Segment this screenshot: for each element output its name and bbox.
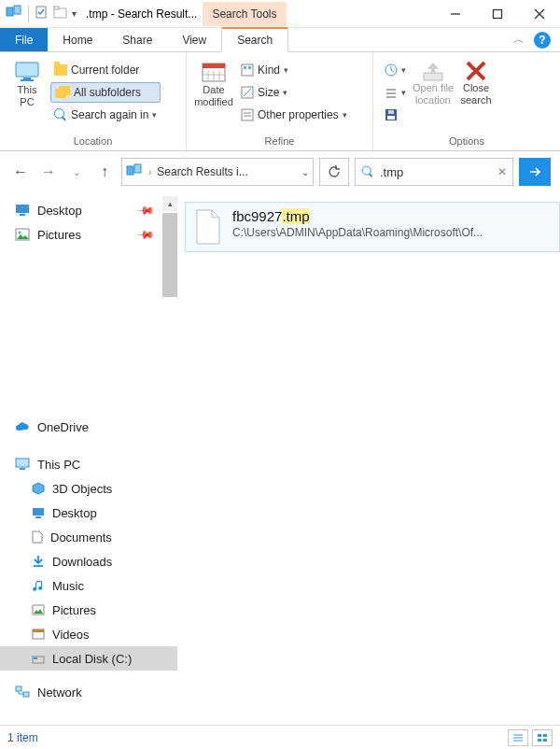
this-pc-button[interactable]: This PC: [6, 56, 49, 134]
open-file-location-label: Open file location: [413, 82, 454, 106]
svg-rect-45: [35, 516, 41, 518]
tab-home[interactable]: Home: [48, 28, 107, 51]
recent-searches-button[interactable]: [381, 60, 410, 80]
forward-button: →: [37, 161, 60, 183]
tree-label: Network: [37, 685, 82, 700]
search-go-button[interactable]: [519, 158, 551, 186]
tree-scrollbar[interactable]: ▴: [162, 196, 177, 715]
svg-rect-11: [21, 79, 34, 81]
kind-button[interactable]: Kind: [237, 60, 351, 80]
new-folder-icon[interactable]: [53, 6, 68, 21]
search-box[interactable]: .tmp ✕: [355, 158, 513, 186]
tree-network[interactable]: Network: [0, 680, 177, 704]
tree-label: Videos: [52, 628, 90, 642]
refresh-button[interactable]: [319, 158, 349, 186]
svg-rect-32: [388, 110, 394, 114]
other-properties-button[interactable]: Other properties: [237, 105, 351, 125]
pin-icon: 📌: [136, 225, 156, 245]
minimize-button[interactable]: [434, 0, 476, 28]
view-large-icons-button[interactable]: [532, 729, 553, 746]
tree-pictures[interactable]: Pictures: [0, 598, 177, 622]
result-item[interactable]: fbc9927.tmp C:\Users\ADMIN\AppData\Roami…: [185, 202, 560, 252]
explorer-icon: [6, 5, 22, 22]
save-icon: [385, 108, 398, 121]
tree-onedrive[interactable]: OneDrive: [0, 415, 177, 439]
kind-icon: [241, 64, 254, 77]
tree-label: Pictures: [37, 228, 81, 242]
current-folder-button[interactable]: Current folder: [50, 60, 161, 80]
nav-bar: ← → ⌄ ↑ › Search Results i... ⌄ .tmp ✕: [0, 151, 560, 192]
search-icon: [362, 166, 374, 178]
chevron-right-icon[interactable]: ›: [148, 167, 151, 177]
tab-share[interactable]: Share: [107, 28, 167, 51]
date-modified-button[interactable]: Date modified: [192, 56, 235, 134]
tree-downloads[interactable]: Downloads: [0, 549, 177, 573]
tree-label: Documents: [50, 530, 112, 544]
collapse-ribbon-icon[interactable]: ︿: [513, 32, 525, 48]
properties-icon[interactable]: [35, 5, 49, 22]
svg-rect-6: [493, 9, 501, 18]
all-subfolders-button[interactable]: All subfolders: [50, 82, 161, 103]
svg-rect-0: [7, 7, 13, 16]
view-details-button[interactable]: [508, 729, 528, 746]
contextual-tab-search-tools[interactable]: Search Tools: [203, 2, 286, 26]
svg-rect-31: [387, 116, 395, 120]
scroll-up-icon[interactable]: ▴: [162, 196, 177, 211]
tree-quick-pictures[interactable]: Pictures 📌: [0, 222, 177, 247]
ribbon-group-location: This PC Current folder All subfolders Se…: [0, 52, 187, 150]
svg-rect-4: [54, 7, 59, 9]
folders-icon: [55, 86, 70, 99]
network-icon: [15, 685, 30, 699]
close-search-button[interactable]: Close search: [455, 56, 497, 134]
result-name: fbc9927.tmp: [232, 208, 483, 224]
svg-rect-52: [16, 686, 21, 691]
up-button[interactable]: ↑: [93, 161, 116, 183]
tree-documents[interactable]: Documents: [0, 525, 177, 549]
search-again-in-button[interactable]: Search again in: [50, 105, 161, 125]
list-icon: [385, 86, 398, 99]
qat-dropdown-icon[interactable]: ▾: [72, 8, 77, 19]
tree-label: This PC: [37, 458, 80, 472]
group-label-refine: Refine: [192, 134, 367, 148]
svg-rect-60: [543, 739, 547, 742]
clear-search-icon[interactable]: ✕: [497, 165, 507, 178]
address-bar[interactable]: › Search Results i... ⌄: [121, 158, 314, 186]
this-pc-label: This PC: [18, 84, 37, 108]
recent-locations-button[interactable]: ⌄: [65, 161, 88, 183]
desktop-icon: [15, 204, 30, 217]
content-area: Desktop 📌 Pictures 📌 OneDrive This PC 3D: [0, 192, 560, 715]
file-icon: [193, 208, 223, 246]
maximize-button[interactable]: [476, 0, 518, 28]
music-icon: [32, 579, 45, 592]
close-search-label: Close search: [460, 82, 491, 106]
tab-view[interactable]: View: [167, 28, 221, 51]
tree-this-pc[interactable]: This PC: [0, 452, 177, 476]
tree-local-disk-c[interactable]: Local Disk (C:): [0, 646, 177, 671]
tree-3d-objects[interactable]: 3D Objects: [0, 476, 177, 501]
scroll-thumb[interactable]: [162, 213, 177, 297]
svg-rect-57: [538, 734, 541, 737]
tree-desktop[interactable]: Desktop: [0, 501, 177, 525]
tree-quick-desktop[interactable]: Desktop 📌: [0, 198, 177, 222]
tree-label: 3D Objects: [52, 482, 112, 496]
size-icon: [241, 86, 254, 99]
back-button[interactable]: ←: [9, 161, 32, 183]
address-dropdown-icon[interactable]: ⌄: [301, 167, 309, 177]
monitor-icon: [13, 60, 41, 84]
advanced-options-button[interactable]: [381, 82, 410, 103]
tree-label: Downloads: [52, 555, 112, 569]
tree-music[interactable]: Music: [0, 573, 177, 598]
size-button[interactable]: Size: [237, 82, 351, 103]
save-search-button[interactable]: [381, 105, 410, 125]
kind-label: Kind: [258, 64, 280, 77]
close-button[interactable]: [518, 0, 560, 28]
tree-videos[interactable]: Videos: [0, 622, 177, 646]
ribbon-group-refine: Date modified Kind Size Other properties…: [187, 52, 373, 150]
tree-label: Pictures: [52, 603, 96, 617]
tree-label: Desktop: [37, 204, 82, 218]
tab-search[interactable]: Search: [221, 28, 288, 52]
svg-rect-59: [538, 739, 541, 742]
tab-file[interactable]: File: [0, 28, 48, 51]
quick-access-toolbar: ▾: [0, 5, 77, 22]
help-icon[interactable]: ?: [534, 32, 551, 49]
